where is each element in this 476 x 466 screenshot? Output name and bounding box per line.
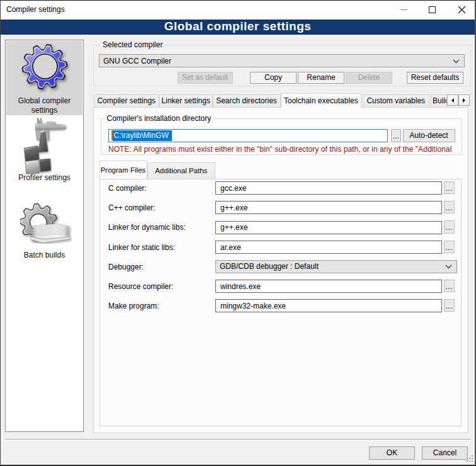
- grip-dot: [469, 458, 470, 459]
- browse-directory-button[interactable]: ...: [391, 129, 401, 142]
- right-arrow-icon: [463, 98, 465, 103]
- tab-custom-variables[interactable]: Custom variables: [363, 94, 430, 107]
- installation-directory-group-label: Compiler's installation directory: [105, 114, 213, 123]
- chevron-down-icon: [445, 264, 452, 269]
- combo-value: GNU GCC Compiler: [99, 57, 171, 65]
- delete-button[interactable]: Delete: [346, 72, 392, 84]
- ok-button[interactable]: OK: [369, 446, 415, 460]
- row-label: Debugger:: [108, 263, 144, 271]
- reset-defaults-button[interactable]: Reset defaults: [407, 72, 463, 84]
- row-label: Resource compiler:: [108, 282, 173, 291]
- subtab-program-files[interactable]: Program Files: [99, 161, 147, 179]
- browse-button[interactable]: ...: [444, 181, 455, 195]
- sidebar-item-label: Profiler settings: [6, 173, 82, 183]
- auto-detect-label: Auto-detect: [409, 131, 448, 140]
- subtab-additional-paths[interactable]: Additional Paths: [147, 162, 216, 179]
- compiler-select[interactable]: GNU GCC Compiler: [99, 54, 465, 67]
- grip-dot: [467, 460, 468, 462]
- browse-dots-label: ...: [445, 223, 453, 232]
- tab-linker-settings[interactable]: Linker settings: [159, 94, 213, 107]
- row-input-value: g++.exe: [216, 203, 247, 212]
- auto-detect-button[interactable]: Auto-detect: [403, 129, 455, 142]
- row-input-value: windres.exe: [216, 282, 261, 291]
- grip-dot: [472, 458, 473, 459]
- tab-search-directories[interactable]: Search directories: [213, 94, 281, 107]
- row-input[interactable]: windres.exe: [215, 280, 442, 293]
- tab-build-options[interactable]: Build options: [431, 94, 447, 107]
- caliper-icon: [23, 116, 69, 174]
- grip-dot: [472, 455, 473, 457]
- sidebar-item-batch-builds[interactable]: Batch builds: [6, 190, 82, 264]
- selected-compiler-group-label: Selected compiler: [101, 40, 164, 49]
- row-input[interactable]: g++.exe: [215, 221, 442, 234]
- combo-value: GDB/CDB debugger : Default: [216, 262, 319, 271]
- batch-builds-icon: [20, 200, 72, 244]
- settings-category-list: Global compiler settings: [5, 40, 84, 432]
- browse-dots-label: ...: [445, 243, 453, 252]
- browse-button[interactable]: ...: [444, 220, 455, 234]
- window-border-top: [0, 0, 476, 1]
- tab-scroll-right-button[interactable]: [458, 94, 470, 106]
- row-input[interactable]: ar.exe: [215, 241, 442, 254]
- chevron-down-icon: [453, 59, 460, 64]
- row-input-value: g++.exe: [216, 223, 247, 232]
- grip-dot: [469, 460, 470, 462]
- row-input-value: gcc.exe: [216, 184, 246, 193]
- tab-compiler-settings[interactable]: Compiler settings: [94, 94, 160, 107]
- row-label: C++ compiler:: [108, 203, 156, 212]
- row-label: Linker for dynamic libs:: [108, 223, 186, 232]
- sidebar-item-label: Batch builds: [6, 251, 82, 260]
- set-as-default-button[interactable]: Set as default: [178, 72, 233, 84]
- cancel-button[interactable]: Cancel: [422, 446, 468, 460]
- compiler-settings-dialog: Compiler settings Global compiler settin…: [0, 0, 476, 466]
- row-input-value: ar.exe: [216, 243, 241, 252]
- row-input[interactable]: mingw32-make.exe: [215, 299, 442, 312]
- footer-divider: [5, 439, 471, 440]
- browse-button[interactable]: ...: [444, 299, 455, 312]
- left-arrow-icon: [451, 98, 454, 103]
- browse-dots-label: ...: [393, 132, 399, 140]
- browse-button[interactable]: ...: [444, 280, 455, 293]
- copy-button[interactable]: Copy: [250, 72, 297, 84]
- row-input[interactable]: g++.exe: [215, 201, 442, 214]
- note-text: NOTE: All programs must exist either in …: [108, 145, 476, 154]
- tab-scroll-left-button[interactable]: [447, 94, 458, 106]
- browse-dots-label: ...: [445, 203, 453, 212]
- row-label: Make program:: [108, 302, 159, 310]
- dialog-header-title: Global compiler settings: [164, 20, 312, 33]
- browse-button[interactable]: ...: [444, 241, 455, 254]
- row-label: Linker for static libs:: [108, 243, 175, 252]
- row-label: C compiler:: [108, 184, 147, 193]
- minimize-icon[interactable]: [400, 9, 407, 10]
- window-title: Compiler settings: [6, 5, 65, 14]
- tab-toolchain-executables[interactable]: Toolchain executables: [281, 93, 362, 108]
- rename-button[interactable]: Rename: [298, 72, 344, 84]
- close-icon[interactable]: [458, 6, 466, 14]
- dialog-header: Global compiler settings: [1, 20, 475, 35]
- row-input[interactable]: gcc.exe: [215, 181, 442, 195]
- sidebar-item-profiler-settings[interactable]: Profiler settings: [6, 115, 82, 190]
- sidebar-item-label: Global compiler settings: [6, 96, 82, 115]
- browse-dots-label: ...: [445, 184, 453, 193]
- browse-button[interactable]: ...: [444, 201, 455, 214]
- grip-dot: [472, 460, 473, 462]
- text-caret: [111, 130, 113, 140]
- selected-text: C:\raylib\MinGW: [113, 130, 172, 141]
- browse-dots-label: ...: [445, 282, 453, 291]
- row-input-value: mingw32-make.exe: [216, 302, 286, 310]
- browse-dots-label: ...: [445, 302, 453, 310]
- window-border-left: [0, 0, 1, 466]
- debugger-select[interactable]: GDB/CDB debugger : Default: [215, 260, 457, 274]
- maximize-icon[interactable]: [429, 6, 436, 13]
- blue-gear-icon: [21, 43, 70, 93]
- sidebar-item-global-compiler-settings[interactable]: Global compiler settings: [6, 41, 82, 115]
- installation-directory-input[interactable]: C:\raylib\MinGW: [108, 129, 388, 142]
